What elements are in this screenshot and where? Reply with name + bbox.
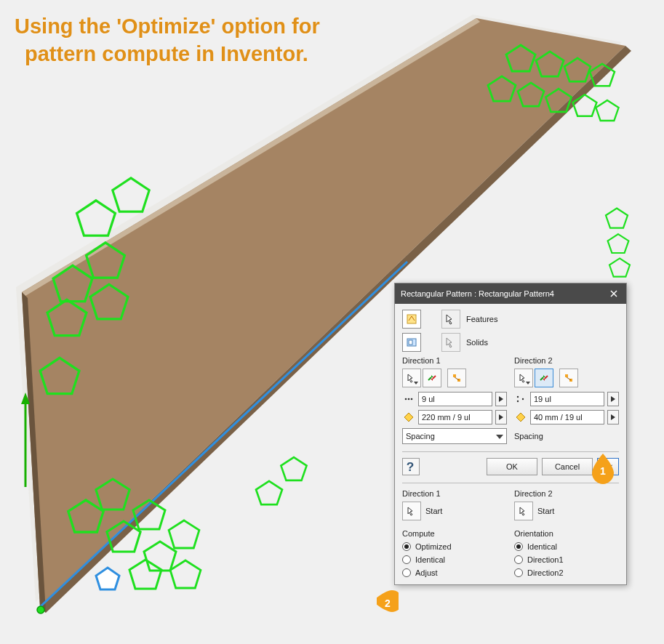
svg-marker-20 — [608, 234, 629, 253]
orientation-direction2-radio[interactable]: Direction2 — [514, 568, 619, 577]
orientation-heading: Orientation — [514, 529, 619, 538]
annotation-line2: pattern compute in Inventor. — [15, 41, 320, 68]
direction2-start-label: Start — [537, 507, 554, 515]
chevron-down-icon — [496, 432, 503, 440]
radio-label: Direction1 — [527, 555, 564, 564]
callout-1: 1 — [592, 454, 614, 484]
radio-icon — [514, 542, 523, 551]
compute-group: Compute Optimized Identical Adjust — [402, 529, 507, 577]
direction2-flip-button[interactable] — [535, 369, 553, 387]
radio-icon — [514, 555, 523, 564]
svg-rect-44 — [453, 374, 456, 377]
dialog-title: Rectangular Pattern : Rectangular Patter… — [401, 289, 554, 298]
svg-text:?: ? — [407, 459, 415, 474]
direction2-spacing-mode-value: Spacing — [514, 432, 543, 440]
direction1-start-pick-button[interactable] — [402, 502, 421, 520]
direction2-count-stepper[interactable] — [607, 392, 619, 406]
svg-marker-36 — [169, 520, 199, 548]
svg-marker-29 — [256, 481, 282, 504]
select-solids-button[interactable] — [441, 333, 460, 352]
radio-icon — [402, 568, 411, 577]
direction2-heading: Direction 2 — [514, 356, 619, 365]
svg-marker-52 — [499, 414, 503, 420]
direction1-spacing-input[interactable]: 220 mm / 9 ul — [418, 410, 492, 424]
solids-filter-button[interactable] — [402, 333, 421, 352]
svg-rect-54 — [565, 374, 568, 377]
close-button[interactable] — [607, 287, 620, 300]
svg-marker-22 — [77, 201, 116, 236]
svg-point-48 — [408, 398, 410, 401]
compute-adjust-radio[interactable]: Adjust — [402, 568, 507, 577]
radio-label: Adjust — [415, 568, 438, 577]
direction1-count-input[interactable]: 9 ul — [418, 392, 492, 406]
rectangular-pattern-dialog: Rectangular Pattern : Rectangular Patter… — [394, 283, 627, 585]
compute-heading: Compute — [402, 529, 507, 538]
solids-label: Solids — [466, 338, 488, 347]
svg-marker-50 — [499, 396, 503, 402]
orientation-identical-radio[interactable]: Identical — [514, 542, 619, 551]
direction2-spacing-stepper[interactable] — [607, 410, 619, 424]
radio-icon — [402, 555, 411, 564]
svg-point-49 — [411, 398, 413, 401]
direction1-heading: Direction 1 — [402, 356, 507, 365]
lower-direction1-group: Direction 1 Start — [402, 489, 507, 520]
direction1-count-stepper[interactable] — [495, 392, 507, 406]
count-icon — [514, 393, 527, 406]
callout-1-label: 1 — [600, 465, 606, 484]
spacing-icon — [402, 411, 415, 424]
svg-marker-53 — [496, 435, 503, 439]
svg-marker-9 — [96, 568, 119, 589]
svg-marker-23 — [113, 178, 149, 212]
orientation-direction1-radio[interactable]: Direction1 — [514, 555, 619, 564]
svg-point-57 — [517, 396, 519, 398]
radio-icon — [402, 542, 411, 551]
spacing-icon — [514, 411, 527, 424]
orientation-group: Orientation Identical Direction1 Directi… — [514, 529, 619, 577]
svg-marker-62 — [611, 414, 615, 420]
dialog-titlebar[interactable]: Rectangular Pattern : Rectangular Patter… — [395, 283, 626, 304]
radio-label: Identical — [527, 542, 557, 551]
direction1-spacing-mode-combo[interactable]: Spacing — [402, 428, 507, 444]
svg-point-47 — [405, 398, 407, 401]
svg-point-8 — [37, 606, 44, 613]
direction2-group: Direction 2 19 ul 40 mm / 19 ul — [514, 356, 619, 444]
radio-icon — [514, 568, 523, 577]
radio-label: Identical — [415, 555, 445, 564]
direction2-spacing-input[interactable]: 40 mm / 19 ul — [530, 410, 604, 424]
lower-direction2-heading: Direction 2 — [514, 489, 619, 498]
callout-2-label: 2 — [385, 597, 391, 616]
direction2-midplane-button[interactable] — [559, 369, 578, 387]
compute-identical-radio[interactable]: Identical — [402, 555, 507, 564]
direction2-count-input[interactable]: 19 ul — [530, 392, 604, 406]
callout-2: 2 — [377, 586, 399, 616]
svg-marker-37 — [129, 560, 161, 589]
direction1-group: Direction 1 9 ul 220 mm / 9 ul — [402, 356, 507, 444]
svg-marker-51 — [404, 413, 413, 422]
ok-button[interactable]: OK — [487, 458, 537, 475]
direction2-start-pick-button[interactable] — [514, 502, 533, 520]
cancel-button[interactable]: Cancel — [542, 458, 593, 475]
annotation-heading: Using the 'Optimize' option for pattern … — [15, 13, 320, 68]
direction1-midplane-button[interactable] — [447, 369, 466, 387]
svg-marker-38 — [170, 560, 201, 588]
direction1-flip-button[interactable] — [423, 369, 441, 387]
svg-rect-43 — [409, 340, 412, 345]
features-filter-button[interactable] — [402, 310, 421, 329]
radio-label: Optimized — [415, 542, 452, 551]
svg-marker-30 — [281, 457, 306, 480]
direction1-start-label: Start — [425, 507, 442, 515]
select-features-button[interactable] — [441, 310, 460, 329]
svg-marker-33 — [144, 542, 176, 571]
help-button[interactable]: ? — [402, 458, 420, 475]
svg-marker-19 — [606, 209, 628, 228]
direction1-spacing-stepper[interactable] — [495, 410, 507, 424]
radio-label: Direction2 — [527, 568, 564, 577]
direction2-pick-button[interactable] — [514, 369, 533, 387]
features-label: Features — [466, 315, 497, 323]
compute-optimized-radio[interactable]: Optimized — [402, 542, 507, 551]
svg-point-58 — [517, 401, 519, 402]
direction1-pick-button[interactable] — [402, 369, 421, 387]
annotation-line1: Using the 'Optimize' option for — [15, 13, 320, 41]
svg-marker-18 — [596, 100, 618, 121]
direction2-spacing-mode-combo[interactable]: Spacing — [514, 428, 619, 444]
